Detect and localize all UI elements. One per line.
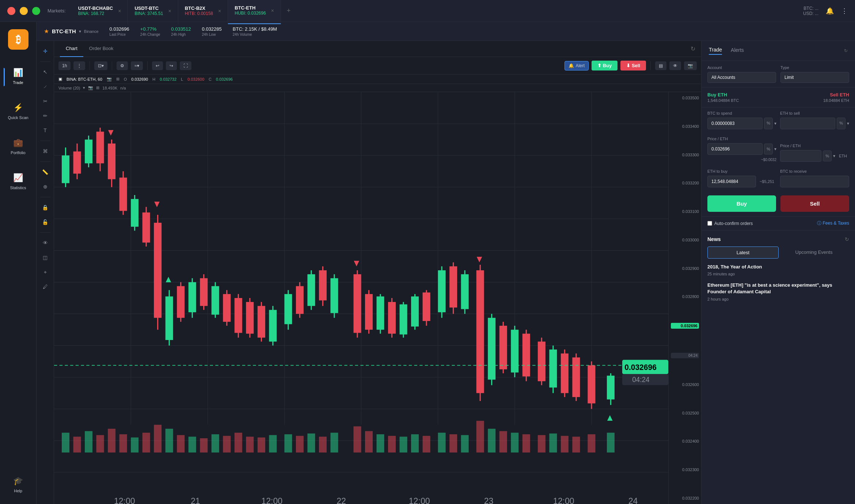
alert-button[interactable]: 🔔 Alert xyxy=(565,61,589,70)
favorite-star-icon[interactable]: ★ xyxy=(44,28,49,35)
sidebar-item-label-statistics: Statistics xyxy=(10,186,26,190)
svg-rect-32 xyxy=(119,177,127,211)
menu-icon[interactable]: ⋮ xyxy=(841,7,848,15)
tab-chart[interactable]: Chart xyxy=(60,41,83,57)
redo-button[interactable]: ↪ xyxy=(166,61,177,70)
eth-buy-label: ETH to buy xyxy=(707,169,776,173)
market-tab-usdt-bchabc[interactable]: USDT-BCHABC BINA: 168.72 × xyxy=(72,0,128,24)
chart-type-button[interactable]: ⊡▾ xyxy=(94,61,107,70)
layers-tool[interactable]: ◫ xyxy=(39,251,52,264)
cursor-tool[interactable]: ↖ xyxy=(39,65,52,79)
market-tab-close-icon[interactable]: × xyxy=(118,8,121,14)
crosshair-tool[interactable]: ✛ xyxy=(39,45,52,58)
fullscreen-button[interactable]: ⛶ xyxy=(180,61,191,70)
sidebar-item-help[interactable]: 🎓 Help xyxy=(4,473,33,497)
volume-24h-label: 24h Volume xyxy=(233,33,277,37)
market-tab-close-icon[interactable]: × xyxy=(218,8,221,14)
eye-tool[interactable]: 👁 xyxy=(39,236,52,249)
market-tab-usdt-btc[interactable]: USDT-BTC BINA: 3745.51 × xyxy=(128,0,178,24)
btc-spend-input[interactable] xyxy=(707,118,763,129)
buy-price-pct-button[interactable]: % xyxy=(764,144,773,154)
undo-button[interactable]: ↩ xyxy=(152,61,163,70)
eth-buy-input[interactable] xyxy=(707,176,756,187)
minimize-button[interactable] xyxy=(20,7,28,15)
spend-dropdown-icon[interactable]: ▾ xyxy=(774,121,776,126)
svg-text:▲: ▲ xyxy=(605,412,615,423)
pen-tool[interactable]: ✏ xyxy=(39,109,52,122)
sell-action-button[interactable]: Sell xyxy=(780,195,849,212)
zoom-in-tool[interactable]: ⊕ xyxy=(39,180,52,193)
chart-canvas-area[interactable]: ▼ xyxy=(54,92,701,504)
eye-button[interactable]: 👁 xyxy=(669,61,681,70)
sell-title: Sell ETH xyxy=(778,92,849,98)
timeframe-1h-button[interactable]: 1h xyxy=(58,61,71,70)
news-header: News ↻ xyxy=(707,236,849,242)
svg-rect-60 xyxy=(269,310,277,342)
auto-confirm-label[interactable]: Auto-confirm orders xyxy=(707,221,753,226)
sidebar-item-trade[interactable]: 📊 Trade xyxy=(4,64,33,88)
scissors-tool[interactable]: ✂ xyxy=(39,95,52,108)
sell-button[interactable]: ⬇ Sell xyxy=(620,61,646,70)
eth-sell-input[interactable] xyxy=(780,118,835,129)
sell-price-input[interactable] xyxy=(780,150,821,162)
trade-refresh-icon[interactable]: ↻ xyxy=(844,48,848,53)
sidebar-item-quick-scan[interactable]: ⚡ Quick Scan xyxy=(4,99,33,123)
news-tab-upcoming[interactable]: Upcoming Events xyxy=(779,247,849,259)
market-tab-close-icon[interactable]: × xyxy=(271,8,274,14)
settings-button[interactable]: ⚙ xyxy=(117,61,128,70)
account-select[interactable]: All Accounts xyxy=(707,72,776,83)
text-tool[interactable]: T xyxy=(39,124,52,137)
market-tab-btc-eth[interactable]: BTC-ETH HUBI: 0.032696 × xyxy=(228,0,281,24)
buy-price-dropdown-icon[interactable]: ▾ xyxy=(774,146,776,152)
node2-tool[interactable]: ⌖ xyxy=(39,266,52,279)
type-select[interactable]: Limit Market Stop xyxy=(780,72,849,83)
sidebar-item-portfolio[interactable]: 💼 Portfolio xyxy=(4,134,33,159)
maximize-button[interactable] xyxy=(32,7,40,15)
bell-icon[interactable]: 🔔 xyxy=(826,7,834,15)
camera-button[interactable]: 📷 xyxy=(684,61,697,70)
svg-rect-150 xyxy=(411,434,419,453)
buy-button[interactable]: ⬆ Buy xyxy=(592,61,618,70)
volume-label: Volume (20) xyxy=(58,86,80,90)
market-tab-close-icon[interactable]: × xyxy=(168,8,171,14)
paperclip-tool[interactable]: 🖊 xyxy=(39,280,52,293)
buy-price-input[interactable] xyxy=(707,143,763,155)
buy-action-button[interactable]: Buy xyxy=(707,195,776,212)
spend-pct-button[interactable]: % xyxy=(764,118,773,129)
lock-tool[interactable]: 🔒 xyxy=(39,201,52,214)
sell-price-dropdown-icon[interactable]: ▾ xyxy=(833,153,835,159)
tab-order-book[interactable]: Order Book xyxy=(83,41,119,57)
news-headline-1[interactable]: Ethereum [ETH] "is at best a science exp… xyxy=(707,282,849,295)
chart-refresh-icon[interactable]: ↻ xyxy=(691,45,695,52)
sidebar-item-statistics[interactable]: 📈 Statistics xyxy=(4,169,33,194)
line-tool[interactable]: ⟋ xyxy=(39,80,52,93)
trade-header: Trade Alerts ↻ xyxy=(702,41,855,61)
btc-receive-input[interactable] xyxy=(780,176,849,187)
close-button[interactable] xyxy=(7,7,15,15)
chart-view-button[interactable]: ▤ xyxy=(655,61,666,70)
news-tab-latest[interactable]: Latest xyxy=(707,247,779,259)
indicators-button[interactable]: ≈▾ xyxy=(131,61,143,70)
sell-pct-button[interactable]: % xyxy=(837,118,846,129)
tab-alerts[interactable]: Alerts xyxy=(731,47,744,54)
auto-confirm-checkbox[interactable] xyxy=(707,221,712,226)
ruler-tool[interactable]: 📏 xyxy=(39,165,52,179)
lock-open-tool[interactable]: 🔓 xyxy=(39,215,52,229)
toolbar-divider xyxy=(112,61,112,70)
ticker-pair-dropdown-icon[interactable]: ▾ xyxy=(79,29,81,34)
sell-dropdown-icon[interactable]: ▾ xyxy=(847,121,849,126)
add-market-button[interactable]: + xyxy=(281,7,297,15)
fees-taxes-link[interactable]: ⓘ Fees & Taxes xyxy=(817,220,849,226)
chart-options-button[interactable]: ⋮ xyxy=(73,61,85,70)
svg-rect-38 xyxy=(154,223,162,318)
market-tab-btc-b2x[interactable]: BTC-B2X HITB: 0.00158 × xyxy=(178,0,228,24)
volume-dropdown-icon[interactable]: ▾ xyxy=(83,85,85,90)
news-refresh-icon[interactable]: ↻ xyxy=(845,236,849,242)
sell-price-pct-button[interactable]: % xyxy=(823,150,832,161)
buy-subtitle: 1,548.04884 BTC xyxy=(707,98,778,103)
tab-trade[interactable]: Trade xyxy=(709,47,722,55)
eth-sell-group: ETH to sell % ▾ xyxy=(780,111,849,129)
news-headline-0[interactable]: 2018, The Year of Action xyxy=(707,264,849,270)
btc-value: BTC: ... xyxy=(803,6,818,11)
node-tool[interactable]: ⌘ xyxy=(39,145,52,158)
